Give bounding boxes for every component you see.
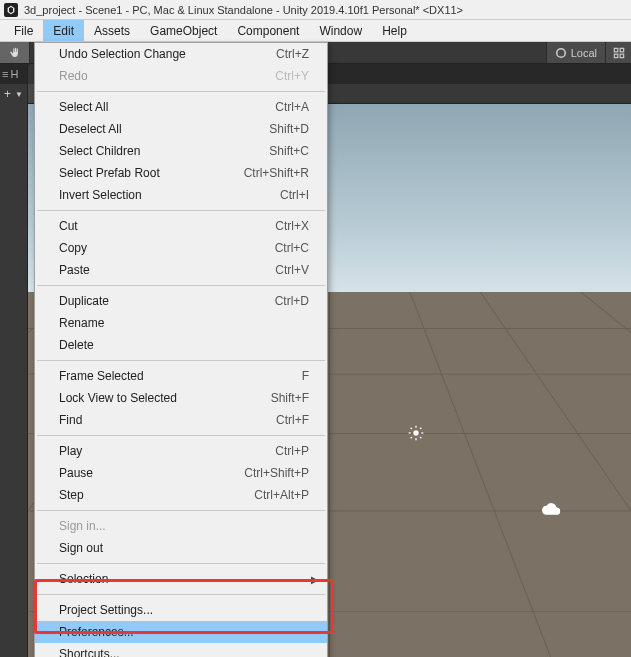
menu-item-label: Invert Selection xyxy=(59,188,142,202)
menu-item-label: Selection xyxy=(59,572,108,586)
menu-item-label: Find xyxy=(59,413,82,427)
svg-rect-1 xyxy=(620,48,624,52)
menu-item-find[interactable]: FindCtrl+F xyxy=(35,409,327,431)
menu-separator xyxy=(37,210,325,211)
svg-line-26 xyxy=(411,427,412,428)
menu-help[interactable]: Help xyxy=(372,20,417,41)
menu-item-shortcut: Ctrl+P xyxy=(275,444,309,458)
menu-item-paste[interactable]: PasteCtrl+V xyxy=(35,259,327,281)
menu-separator xyxy=(37,360,325,361)
menu-component[interactable]: Component xyxy=(227,20,309,41)
menu-separator xyxy=(37,594,325,595)
svg-line-18 xyxy=(410,292,551,657)
menu-item-preferences[interactable]: Preferences... xyxy=(35,621,327,643)
svg-line-16 xyxy=(480,292,631,657)
menu-item-shortcut: Ctrl+I xyxy=(280,188,309,202)
menu-item-shortcut: Ctrl+D xyxy=(275,294,309,308)
hand-tool[interactable] xyxy=(0,42,30,63)
menu-item-duplicate[interactable]: DuplicateCtrl+D xyxy=(35,290,327,312)
menubar: FileEditAssetsGameObjectComponentWindowH… xyxy=(0,20,631,42)
menu-item-label: Select Prefab Root xyxy=(59,166,160,180)
menu-item-label: Project Settings... xyxy=(59,603,153,617)
menu-separator xyxy=(37,285,325,286)
menu-item-label: Preferences... xyxy=(59,625,134,639)
menu-item-shortcut: Ctrl+Shift+P xyxy=(244,466,309,480)
menu-file[interactable]: File xyxy=(4,20,43,41)
menu-gameobject[interactable]: GameObject xyxy=(140,20,227,41)
menu-separator xyxy=(37,510,325,511)
menu-item-label: Copy xyxy=(59,241,87,255)
menu-item-label: Shortcuts... xyxy=(59,647,120,657)
menu-item-label: Delete xyxy=(59,338,94,352)
menu-item-label: Sign out xyxy=(59,541,103,555)
menu-item-label: Undo Selection Change xyxy=(59,47,186,61)
menu-item-shortcut: Ctrl+Z xyxy=(276,47,309,61)
edit-menu-dropdown: Undo Selection ChangeCtrl+ZRedoCtrl+YSel… xyxy=(34,42,328,657)
menu-item-select-prefab-root[interactable]: Select Prefab RootCtrl+Shift+R xyxy=(35,162,327,184)
svg-line-28 xyxy=(411,437,412,438)
menu-separator xyxy=(37,435,325,436)
hierarchy-panel: ≡ H + ▼ xyxy=(0,64,28,657)
menu-item-select-all[interactable]: Select AllCtrl+A xyxy=(35,96,327,118)
menu-item-shortcuts[interactable]: Shortcuts... xyxy=(35,643,327,657)
menu-item-label: Deselect All xyxy=(59,122,122,136)
menu-item-rename[interactable]: Rename xyxy=(35,312,327,334)
menu-item-play[interactable]: PlayCtrl+P xyxy=(35,440,327,462)
dropdown-arrow-icon[interactable]: ▼ xyxy=(15,90,23,99)
svg-point-21 xyxy=(413,430,418,435)
menu-item-shortcut: Ctrl+V xyxy=(275,263,309,277)
titlebar: 3d_project - Scene1 - PC, Mac & Linux St… xyxy=(0,0,631,20)
menu-item-deselect-all[interactable]: Deselect AllShift+D xyxy=(35,118,327,140)
menu-item-label: Sign in... xyxy=(59,519,106,533)
camera-gizmo[interactable] xyxy=(541,502,563,516)
snap-toggle[interactable] xyxy=(605,42,631,63)
directional-light-gizmo[interactable] xyxy=(408,425,424,441)
menu-item-shortcut: Ctrl+X xyxy=(275,219,309,233)
svg-rect-3 xyxy=(620,54,624,58)
svg-rect-0 xyxy=(614,48,618,52)
menu-item-shortcut: Shift+C xyxy=(269,144,309,158)
menu-item-frame-selected[interactable]: Frame SelectedF xyxy=(35,365,327,387)
svg-line-29 xyxy=(420,427,421,428)
menu-item-shortcut: Ctrl+Alt+P xyxy=(254,488,309,502)
menu-item-shortcut: Shift+D xyxy=(269,122,309,136)
menu-item-shortcut: Ctrl+C xyxy=(275,241,309,255)
menu-window[interactable]: Window xyxy=(309,20,372,41)
menu-item-shortcut: Ctrl+Y xyxy=(275,69,309,83)
menu-item-shortcut: Ctrl+A xyxy=(275,100,309,114)
menu-item-cut[interactable]: CutCtrl+X xyxy=(35,215,327,237)
menu-item-label: Select All xyxy=(59,100,108,114)
hierarchy-tab[interactable]: ≡ H xyxy=(0,64,27,84)
menu-item-label: Duplicate xyxy=(59,294,109,308)
menu-item-copy[interactable]: CopyCtrl+C xyxy=(35,237,327,259)
menu-item-label: Cut xyxy=(59,219,78,233)
menu-edit[interactable]: Edit xyxy=(43,20,84,41)
menu-item-invert-selection[interactable]: Invert SelectionCtrl+I xyxy=(35,184,327,206)
menu-item-shortcut: F xyxy=(302,369,309,383)
menu-item-selection[interactable]: Selection▶ xyxy=(35,568,327,590)
unity-logo-icon xyxy=(4,3,18,17)
menu-item-step[interactable]: StepCtrl+Alt+P xyxy=(35,484,327,506)
menu-item-sign-out[interactable]: Sign out xyxy=(35,537,327,559)
menu-item-project-settings[interactable]: Project Settings... xyxy=(35,599,327,621)
menu-item-label: Play xyxy=(59,444,82,458)
menu-item-shortcut: Ctrl+Shift+R xyxy=(244,166,309,180)
menu-item-pause[interactable]: PauseCtrl+Shift+P xyxy=(35,462,327,484)
menu-item-undo-selection-change[interactable]: Undo Selection ChangeCtrl+Z xyxy=(35,43,327,65)
menu-item-lock-view-to-selected[interactable]: Lock View to SelectedShift+F xyxy=(35,387,327,409)
window-title: 3d_project - Scene1 - PC, Mac & Linux St… xyxy=(24,4,463,16)
menu-assets[interactable]: Assets xyxy=(84,20,140,41)
svg-line-27 xyxy=(420,437,421,438)
svg-rect-2 xyxy=(614,54,618,58)
create-button[interactable]: + xyxy=(4,87,11,101)
pivot-local-toggle[interactable]: Local xyxy=(546,42,605,63)
menu-item-label: Rename xyxy=(59,316,104,330)
menu-separator xyxy=(37,563,325,564)
menu-item-select-children[interactable]: Select ChildrenShift+C xyxy=(35,140,327,162)
chevron-right-icon: ▶ xyxy=(311,574,319,585)
menu-item-label: Pause xyxy=(59,466,93,480)
menu-item-label: Paste xyxy=(59,263,90,277)
hierarchy-body[interactable] xyxy=(0,104,27,657)
menu-item-delete[interactable]: Delete xyxy=(35,334,327,356)
menu-item-shortcut: Ctrl+F xyxy=(276,413,309,427)
